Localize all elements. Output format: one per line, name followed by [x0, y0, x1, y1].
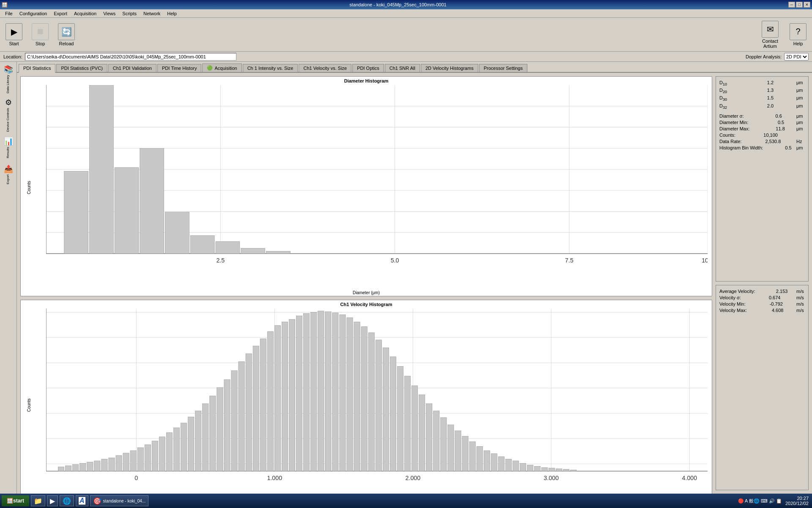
svg-rect-111 — [404, 376, 410, 471]
svg-rect-63 — [58, 467, 64, 471]
tab-pdi-time-history[interactable]: PDI Time History — [157, 64, 202, 72]
content-area: PDI Statistics PDI Statistics (PVC) Ch1 … — [17, 62, 812, 494]
help-button[interactable]: ? Help — [787, 23, 809, 46]
ie-icon: 🌐 — [63, 497, 71, 505]
location-input[interactable] — [25, 53, 236, 61]
aims-icon: 🎯 — [93, 497, 102, 505]
svg-rect-69 — [102, 459, 107, 471]
taskbar-aims[interactable]: 🎯 standalone - koki_04... — [90, 495, 149, 506]
diameter-sigma-row: Diameter σ: 0.6 μm — [719, 113, 805, 119]
svg-rect-132 — [556, 469, 562, 471]
svg-rect-126 — [513, 461, 518, 471]
menu-acquisition[interactable]: Acquisition — [71, 10, 100, 17]
maximize-button[interactable]: □ — [796, 2, 803, 8]
svg-rect-102 — [340, 315, 346, 471]
svg-rect-74 — [137, 447, 143, 471]
minimize-button[interactable]: ─ — [788, 2, 795, 8]
svg-rect-90 — [253, 346, 259, 471]
svg-rect-98 — [311, 312, 317, 471]
tab-pdi-statistics[interactable]: PDI Statistics — [19, 64, 55, 73]
velocity-stats-box: Average Velocity: 2.153 m/s Velocity σ: … — [716, 285, 809, 490]
doppler-section: Doppler Analysis: 2D PDI — [746, 53, 809, 61]
tab-2d-velocity-histograms[interactable]: 2D Velocity Histograms — [421, 64, 478, 72]
svg-rect-93 — [274, 326, 280, 471]
svg-rect-120 — [469, 442, 475, 471]
tab-processor-settings[interactable]: Processor Settings — [479, 64, 527, 72]
menu-export[interactable]: Export — [50, 10, 71, 17]
media-icon: ▶ — [50, 497, 55, 505]
svg-rect-113 — [419, 395, 425, 471]
taskbar-media[interactable]: ▶ — [47, 495, 58, 506]
close-button[interactable]: ✕ — [804, 2, 810, 8]
svg-text:0: 0 — [134, 475, 138, 481]
taskbar-explorer[interactable]: 📁 — [31, 495, 45, 506]
sidebar-item-results[interactable]: 📊 Results — [1, 135, 16, 160]
diameter-ylabel: Counts — [27, 181, 31, 195]
tab-acquisition[interactable]: 🟢 Acquisition — [202, 64, 241, 72]
reload-button[interactable]: 🔄 Reload — [56, 23, 77, 46]
svg-rect-110 — [397, 366, 403, 471]
velocity-ylabel: Counts — [27, 398, 31, 412]
svg-rect-128 — [527, 465, 533, 471]
svg-text:7.5: 7.5 — [565, 257, 573, 264]
start-icon: ▶ — [5, 23, 22, 40]
tab-ch1-velocity-size[interactable]: Ch1 Velocity vs. Size — [299, 64, 351, 72]
tab-pdi-statistics-pvc[interactable]: PDI Statistics (PVC) — [56, 64, 107, 72]
svg-rect-80 — [181, 423, 187, 471]
velocity-chart-title: Ch1 Velocity Histogram — [21, 300, 712, 309]
tab-ch1-snr-all[interactable]: Ch1 SNR All — [385, 64, 420, 72]
svg-rect-35 — [266, 251, 290, 254]
menu-network[interactable]: Network — [140, 10, 164, 17]
d20-label: D20 — [719, 88, 727, 94]
svg-rect-81 — [188, 417, 194, 471]
charts-column: Diameter Histogram Counts — [20, 76, 712, 490]
svg-rect-82 — [195, 411, 201, 471]
tab-pdi-optics[interactable]: PDI Optics — [352, 64, 384, 72]
start-button[interactable]: ▶ Start — [3, 23, 25, 46]
svg-rect-116 — [441, 417, 447, 471]
svg-rect-97 — [304, 313, 310, 471]
window-controls: ─ □ ✕ — [788, 2, 810, 8]
results-icon: 📊 — [4, 137, 13, 146]
menu-help[interactable]: Help — [164, 10, 180, 17]
svg-rect-122 — [484, 451, 490, 471]
menu-scripts[interactable]: Scripts — [119, 10, 140, 17]
d10-label: D10 — [719, 80, 727, 86]
tab-bar: PDI Statistics PDI Statistics (PVC) Ch1 … — [17, 62, 812, 73]
d30-value: 1.5 — [748, 95, 774, 100]
diameter-min-unit: μm — [796, 120, 805, 125]
contact-artium-button[interactable]: ✉ Contact Artium — [760, 21, 781, 49]
menu-views[interactable]: Views — [100, 10, 119, 17]
tab-ch1-pdi-validation[interactable]: Ch1 PDI Validation — [108, 64, 156, 72]
svg-rect-75 — [145, 444, 151, 471]
datarate-unit: Hz — [796, 139, 805, 144]
d20-row: D20 1.3 μm — [719, 88, 805, 94]
device-controls-icon: ⚙ — [5, 98, 12, 107]
svg-rect-114 — [426, 404, 432, 471]
binwidth-label: Histogram Bin Width: — [719, 145, 763, 150]
d32-label: D32 — [719, 103, 727, 110]
tab-ch1-intensity-size[interactable]: Ch 1 Intensity vs. Size — [243, 64, 298, 72]
svg-rect-104 — [354, 322, 360, 471]
sidebar-item-data-library[interactable]: 📚 Data Library — [1, 64, 16, 95]
stop-button[interactable]: ⏹ Stop — [30, 23, 51, 46]
titlebar-icon: 🪟 — [2, 2, 8, 8]
doppler-select[interactable]: 2D PDI — [784, 53, 809, 61]
svg-rect-33 — [216, 242, 240, 254]
contact-icon: ✉ — [762, 21, 779, 38]
avg-velocity-unit: m/s — [796, 289, 805, 294]
stats-panel: D10 1.2 μm D20 1.3 μm D30 1.5 μm — [716, 76, 809, 490]
start-button-taskbar[interactable]: 🪟 start — [2, 495, 29, 506]
explorer-icon: 📁 — [34, 497, 42, 505]
titlebar-title: standalone - koki_045Mp_25sec_100mm-0001 — [349, 2, 446, 7]
menu-file[interactable]: File — [2, 10, 16, 17]
menu-configuration[interactable]: Configuration — [16, 10, 50, 17]
svg-rect-134 — [571, 470, 576, 471]
taskbar-a[interactable]: A — [76, 495, 88, 506]
velocity-sigma-label: Velocity σ: — [719, 295, 741, 300]
sidebar-item-export[interactable]: 📤 Export — [1, 162, 16, 187]
svg-rect-127 — [520, 463, 526, 471]
taskbar-ie[interactable]: 🌐 — [60, 495, 74, 506]
location-label: Location: — [3, 54, 22, 59]
sidebar-item-device-controls[interactable]: ⚙ Device Controls — [1, 97, 16, 133]
